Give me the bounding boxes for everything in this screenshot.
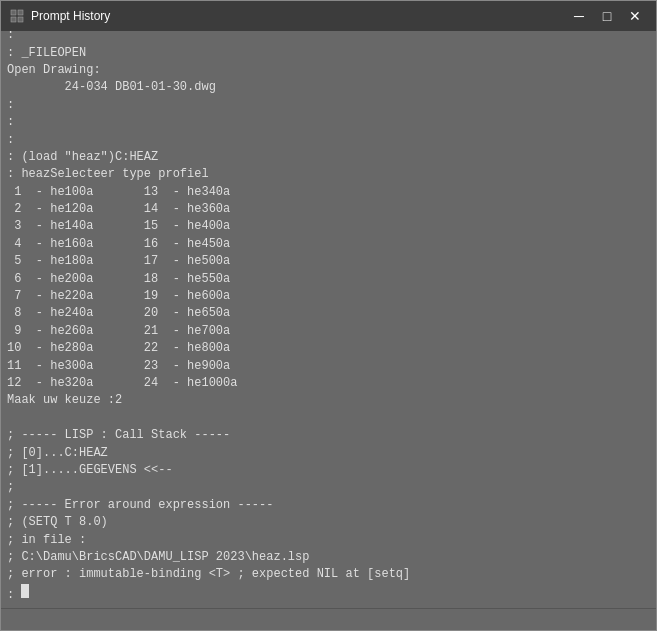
svg-rect-1: [18, 10, 23, 15]
window-title: Prompt History: [31, 9, 566, 23]
prompt-history-window: Prompt History ─ □ ✕ : : : : : _FILEOPEN…: [0, 0, 657, 631]
title-bar: Prompt History ─ □ ✕: [1, 1, 656, 31]
window-controls: ─ □ ✕: [566, 5, 648, 27]
close-button[interactable]: ✕: [622, 5, 648, 27]
command-input[interactable]: [7, 613, 650, 627]
svg-rect-3: [18, 17, 23, 22]
content-area: : : : : : _FILEOPEN Open Drawing: 24-034…: [1, 31, 656, 608]
console-output[interactable]: : : : : : _FILEOPEN Open Drawing: 24-034…: [1, 31, 656, 608]
maximize-button[interactable]: □: [594, 5, 620, 27]
minimize-button[interactable]: ─: [566, 5, 592, 27]
svg-rect-0: [11, 10, 16, 15]
window-icon: [9, 8, 25, 24]
bottom-input-bar: [1, 608, 656, 630]
svg-rect-2: [11, 17, 16, 22]
